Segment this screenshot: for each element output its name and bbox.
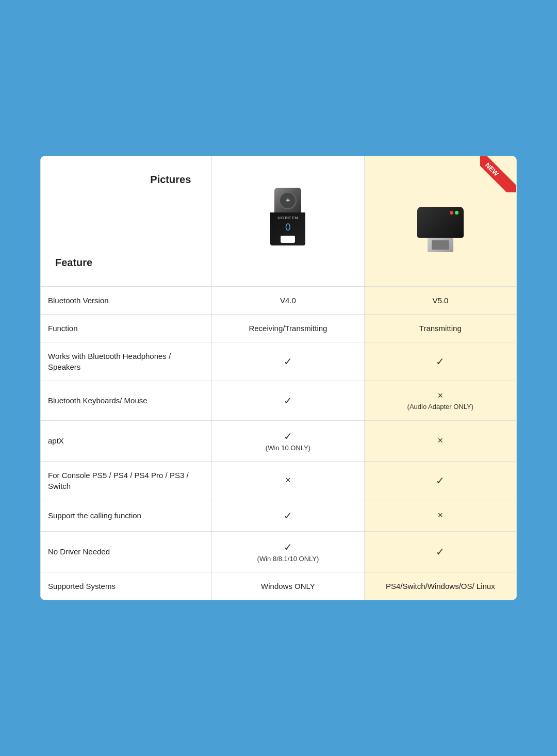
row-2-col1: ✓ — [212, 342, 364, 381]
product2-image — [370, 180, 511, 262]
ugreen-cap: + — [274, 188, 301, 212]
row-4-col1: ✓(Win 10 ONLY) — [212, 420, 364, 461]
row-8-col1: Windows ONLY — [212, 572, 364, 600]
new-badge — [480, 156, 516, 192]
ugreen-logo-text: + — [286, 196, 290, 204]
checkmark-icon: ✓ — [284, 541, 292, 553]
row-3-col1: ✓ — [212, 381, 364, 420]
checkmark-icon: ✓ — [284, 395, 292, 406]
row-7-col2: ✓ — [364, 531, 516, 572]
table-row: No Driver Needed✓(Win 8/8.1/10 ONLY)✓ — [41, 531, 517, 572]
table-row: Bluetooth Keyboards/ Mouse✓×(Audio Adapt… — [41, 381, 517, 420]
nsission-indicator-dots — [450, 211, 458, 215]
comparison-table: Pictures Feature + UG — [40, 156, 517, 600]
row-1-col1: Receiving/Transmitting — [212, 315, 364, 342]
outer-container: Pictures Feature + UG — [31, 146, 526, 610]
row-2-col2: ✓ — [364, 342, 516, 381]
row-6-col1: ✓ — [212, 500, 364, 531]
comparison-table-wrapper: Pictures Feature + UG — [40, 156, 517, 600]
header-pictures-label: Pictures — [150, 174, 191, 186]
header-product2-cell — [364, 156, 516, 287]
header-product1-cell: + UGREEN ⬯ — [212, 156, 364, 287]
row-3-col2-note: (Audio Adapter ONLY) — [372, 402, 509, 412]
table-row: Supported SystemsWindows ONLYPS4/Switch/… — [41, 572, 517, 600]
red-indicator — [450, 211, 453, 215]
checkmark-icon: ✓ — [284, 431, 292, 442]
checkmark-icon: ✓ — [284, 510, 292, 521]
row-0-col2: V5.0 — [364, 287, 516, 315]
green-indicator — [455, 211, 458, 215]
table-row: Bluetooth VersionV4.0V5.0 — [41, 287, 517, 315]
row-7-col1: ✓(Win 8/8.1/10 ONLY) — [212, 531, 364, 572]
cross-icon: × — [438, 510, 444, 520]
row-8-feature: Supported Systems — [41, 572, 212, 600]
checkmark-icon: ✓ — [436, 475, 445, 486]
row-0-col1: V4.0 — [212, 287, 364, 315]
cross-icon: × — [285, 475, 291, 485]
checkmark-icon: ✓ — [436, 356, 445, 367]
header-feature-cell: Pictures Feature — [41, 156, 212, 287]
row-7-feature: No Driver Needed — [41, 531, 212, 572]
nsission-usb-connector — [428, 238, 453, 252]
row-7-col1-note: (Win 8/8.1/10 ONLY) — [219, 554, 356, 564]
table-row: Support the calling function✓× — [41, 500, 517, 531]
ugreen-label-text: UGREEN — [277, 216, 298, 220]
table-row: aptX✓(Win 10 ONLY)× — [41, 420, 517, 461]
header-feature-label: Feature — [55, 257, 92, 269]
checkmark-icon: ✓ — [284, 356, 292, 367]
nsission-body — [417, 207, 464, 238]
comparison-table-body: Bluetooth VersionV4.0V5.0FunctionReceivi… — [41, 287, 517, 600]
row-1-feature: Function — [41, 315, 212, 342]
cross-icon: × — [438, 435, 444, 446]
row-4-feature: aptX — [41, 420, 212, 461]
row-3-col2: ×(Audio Adapter ONLY) — [364, 381, 516, 420]
row-5-col2: ✓ — [364, 461, 516, 500]
cross-icon: × — [438, 390, 444, 401]
row-5-col1: × — [212, 461, 364, 500]
row-3-feature: Bluetooth Keyboards/ Mouse — [41, 381, 212, 420]
table-row: Works with Bluetooth Headphones / Speake… — [41, 342, 517, 381]
checkmark-icon: ✓ — [436, 546, 445, 557]
ugreen-usb-hole — [281, 236, 295, 243]
table-row: For Console PS5 / PS4 / PS4 Pro / PS3 / … — [41, 461, 517, 500]
ugreen-device: + UGREEN ⬯ — [267, 188, 308, 255]
row-8-col2: PS4/Switch/Windows/OS/ Linux — [364, 572, 516, 600]
ugreen-body: UGREEN ⬯ — [270, 212, 305, 245]
row-5-feature: For Console PS5 / PS4 / PS4 Pro / PS3 / … — [41, 461, 212, 500]
header-feature-inner: Pictures Feature — [46, 165, 206, 278]
row-2-feature: Works with Bluetooth Headphones / Speake… — [41, 342, 212, 381]
ugreen-bluetooth-icon: ⬯ — [285, 222, 290, 232]
row-4-col1-note: (Win 10 ONLY) — [219, 443, 356, 453]
row-1-col2: Transmitting — [364, 315, 516, 342]
nsission-device — [409, 190, 471, 252]
product1-image: + UGREEN ⬯ — [217, 180, 358, 262]
row-4-col2: × — [364, 420, 516, 461]
row-6-feature: Support the calling function — [41, 500, 212, 531]
row-0-feature: Bluetooth Version — [41, 287, 212, 315]
row-6-col2: × — [364, 500, 516, 531]
table-row: FunctionReceiving/TransmittingTransmitti… — [41, 315, 517, 342]
